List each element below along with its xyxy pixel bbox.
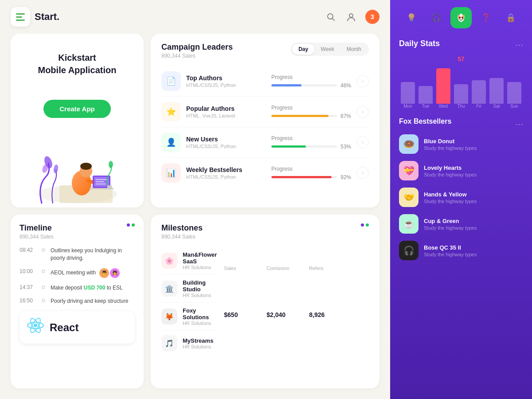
row-progress: Progress 53% bbox=[271, 135, 351, 150]
row-icon: ⭐ bbox=[161, 102, 181, 121]
timeline-subtitle: 890,344 Sales bbox=[20, 234, 54, 240]
notification-badge[interactable]: 3 bbox=[365, 10, 379, 24]
milestone-icon: 🦊 bbox=[161, 309, 177, 325]
header-logo: Start. bbox=[11, 7, 59, 27]
logo-icon bbox=[11, 7, 30, 27]
sidebar-icon-question[interactable]: ❓ bbox=[475, 7, 497, 28]
fox-item[interactable]: 🍩 Blue Donut Study the highway types bbox=[399, 131, 523, 157]
fox-item[interactable]: 🎧 Bose QC 35 II Study the highway types bbox=[399, 237, 523, 264]
bar-item bbox=[507, 64, 521, 104]
milestone-row: 🎵 MyStreams HR Solutions bbox=[161, 331, 217, 356]
milestones-card: Milestones 890,344 Sales 🌸 Man&Flower Sa… bbox=[151, 215, 379, 388]
react-badge: React bbox=[20, 311, 135, 344]
logo-line-2 bbox=[16, 16, 22, 18]
milestone-info: Foxy Solutions HR Solutions bbox=[183, 307, 217, 326]
milestones-info: Milestones 890,344 Sales bbox=[161, 223, 203, 240]
row-info: Top Authors HTML/CSS/JS, Python bbox=[186, 74, 266, 88]
campaign-card: Campaign Leaders 890,344 Sales Day Week … bbox=[151, 34, 379, 207]
logo-line-1 bbox=[16, 13, 25, 15]
fox-thumb: 💝 bbox=[399, 161, 419, 180]
fox-thumb: 🎧 bbox=[399, 241, 419, 260]
timeline-dot bbox=[42, 248, 45, 252]
svg-point-10 bbox=[80, 163, 92, 170]
sidebar-icon-headphones[interactable]: 🎧 bbox=[426, 7, 447, 28]
day-label: Sat bbox=[489, 104, 504, 109]
bar-item bbox=[454, 64, 468, 104]
milestone-row: 🦊 Foxy Solutions HR Solutions bbox=[161, 303, 217, 331]
row-icon: 📄 bbox=[161, 71, 181, 91]
row-arrow[interactable]: › bbox=[356, 75, 369, 87]
row-progress: Progress 87% bbox=[271, 105, 351, 119]
stat-row bbox=[224, 318, 348, 332]
peak-value: 57 bbox=[399, 55, 523, 63]
campaign-row: 👤 New Users HTML/CSS/JS, Python Progress… bbox=[161, 127, 369, 158]
svg-point-27 bbox=[462, 17, 463, 19]
campaign-info: Campaign Leaders 890,344 Sales bbox=[161, 43, 233, 59]
tab-month[interactable]: Month bbox=[340, 44, 368, 55]
main-area: Start. 3 Kickstart Mobile Application Cr… bbox=[0, 0, 390, 399]
milestone-info: MyStreams HR Solutions bbox=[183, 337, 213, 349]
comission-col-label: Comission bbox=[266, 266, 295, 271]
bar-item bbox=[436, 64, 450, 104]
refers-col-label: Refers bbox=[309, 266, 331, 271]
fox-item[interactable]: ☕ Cup & Green Study the highway types bbox=[399, 211, 523, 237]
row-info: New Users HTML/CSS/JS, Python bbox=[186, 136, 266, 149]
bar-item bbox=[489, 64, 504, 104]
daily-stats-menu[interactable]: ⋯ bbox=[515, 40, 523, 50]
timeline-card: Timeline 890,344 Sales 08:42 Outlines ke… bbox=[11, 215, 144, 388]
milestone-icon: 🌸 bbox=[161, 253, 177, 269]
timeline-item: 10:00 AEOL meeting with 👦 👧 bbox=[20, 268, 135, 278]
stat-row bbox=[224, 332, 348, 347]
tab-day[interactable]: Day bbox=[292, 44, 314, 55]
sidebar-icon-lock[interactable]: 🔒 bbox=[500, 7, 521, 28]
row-info: Weekly Bestsellers HTML/CSS/JS, Python bbox=[186, 166, 266, 180]
milestone-icon: 🏛️ bbox=[161, 281, 177, 297]
svg-point-19 bbox=[34, 324, 37, 327]
stat-row: $650 $2,040 8,926 bbox=[224, 311, 348, 318]
sidebar-content: Daily Stats ⋯ 57 MonTueWedThuFriSatSun F… bbox=[390, 32, 532, 399]
row-arrow[interactable]: › bbox=[356, 106, 369, 118]
fox-item-info: Cup & Green Study the highway types bbox=[424, 218, 477, 231]
row-progress: Progress 46% bbox=[271, 74, 351, 89]
create-app-button[interactable]: Create App bbox=[43, 100, 110, 118]
row-arrow[interactable]: › bbox=[356, 136, 369, 149]
milestones-title: Milestones bbox=[161, 223, 203, 233]
campaign-rows: 📄 Top Authors HTML/CSS/JS, Python Progre… bbox=[161, 66, 369, 188]
bar-item bbox=[401, 64, 415, 104]
milestones-header: Milestones 890,344 Sales bbox=[161, 223, 369, 240]
fox-bestsellers-title: Fox Bestsellers bbox=[399, 117, 451, 125]
fox-bestsellers-menu[interactable]: ⋯ bbox=[515, 119, 523, 129]
tab-group: Day Week Month bbox=[291, 43, 369, 56]
fox-bestsellers-section: Fox Bestsellers ⋯ 🍩 Blue Donut Study the… bbox=[399, 117, 523, 264]
timeline-dot bbox=[42, 270, 45, 273]
user-icon[interactable] bbox=[345, 11, 357, 23]
milestones-list: 🌸 Man&Flower SaaS HR Solutions 🏛️ Buildi… bbox=[161, 247, 217, 379]
day-label: Sun bbox=[507, 104, 521, 109]
row-arrow[interactable]: › bbox=[356, 167, 369, 179]
milestones-content: 🌸 Man&Flower SaaS HR Solutions 🏛️ Buildi… bbox=[161, 247, 369, 379]
hero-illustration bbox=[28, 141, 126, 207]
sidebar-icon-lightbulb[interactable]: 💡 bbox=[401, 7, 422, 28]
svg-point-26 bbox=[459, 17, 461, 19]
campaign-subtitle: 890,344 Sales bbox=[161, 53, 233, 59]
header-right: 3 bbox=[325, 10, 379, 24]
milestones-stats: Sales Comission Refers $650 $2,040 8,926 bbox=[224, 247, 348, 379]
tab-week[interactable]: Week bbox=[314, 44, 340, 55]
sidebar-top-icons: 💡 🎧 ❓ 🔒 bbox=[390, 0, 532, 32]
day-label: Mon bbox=[401, 104, 415, 109]
fox-item[interactable]: 🤝 Hands & Yellow Study the highway types bbox=[399, 184, 523, 211]
sidebar-icon-fox[interactable] bbox=[450, 7, 472, 28]
fox-item[interactable]: 💝 Lovely Hearts Study the highway types bbox=[399, 157, 523, 184]
fox-item-info: Lovely Hearts Study the highway types bbox=[424, 164, 477, 177]
stat-row bbox=[224, 347, 348, 361]
right-sidebar: 💡 🎧 ❓ 🔒 Daily Stats ⋯ 57 Mon bbox=[390, 0, 532, 399]
svg-rect-18 bbox=[107, 185, 112, 189]
chart-area: 57 MonTueWedThuFriSatSun bbox=[399, 55, 523, 109]
fox-item-info: Hands & Yellow Study the highway types bbox=[424, 191, 477, 204]
milestone-row: 🌸 Man&Flower SaaS HR Solutions bbox=[161, 247, 217, 275]
milestones-chart bbox=[362, 247, 373, 379]
timeline-info: Timeline 890,344 Sales bbox=[20, 223, 54, 240]
search-icon[interactable] bbox=[325, 11, 337, 23]
timeline-dot bbox=[42, 299, 45, 302]
campaign-title: Campaign Leaders bbox=[161, 43, 233, 52]
